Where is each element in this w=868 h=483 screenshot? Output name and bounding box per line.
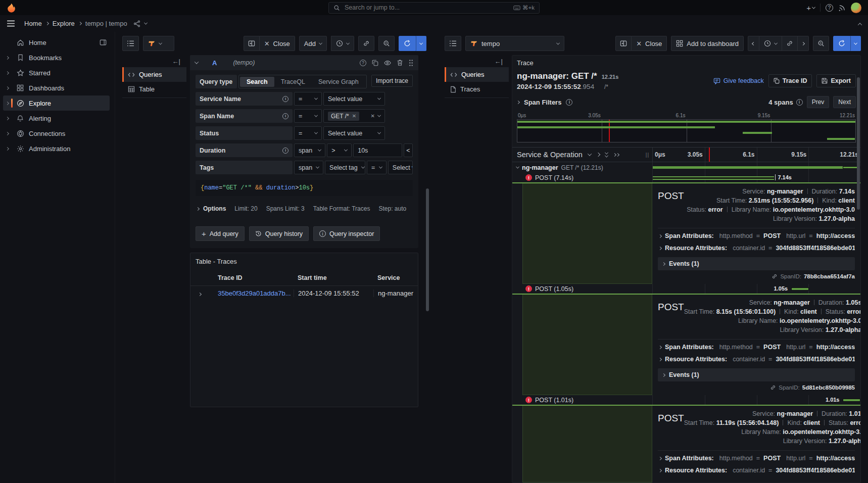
service-name-value-select[interactable]: Select value <box>323 92 385 106</box>
span-timeline[interactable]: 1.01s <box>652 395 860 405</box>
close-right-pane-button[interactable]: ✕Close <box>632 36 667 51</box>
expand-row-icon[interactable] <box>195 289 214 297</box>
zoom-out-icon-button-left[interactable] <box>378 36 395 51</box>
remove-query-trash-icon[interactable] <box>397 59 403 66</box>
span-name-chip[interactable]: GET /*✕ <box>328 112 359 121</box>
import-trace-button[interactable]: Import trace <box>371 75 413 87</box>
column-trace-id[interactable]: Trace ID <box>214 274 294 281</box>
global-search[interactable]: ⌘+k <box>328 2 540 14</box>
sidebar-item-explore[interactable]: Explore <box>3 95 110 111</box>
span-row-post-1[interactable]: ! POST (7.14s) 7.14s <box>512 173 860 183</box>
sidebar-item-alerting[interactable]: Alerting <box>3 111 110 126</box>
info-icon[interactable]: i <box>796 99 803 106</box>
root-span-bar[interactable] <box>653 166 860 169</box>
events-row[interactable]: Events (1) <box>658 368 855 381</box>
breadcrumb-actions-caret[interactable] <box>144 21 148 25</box>
add-button[interactable]: Add <box>299 36 327 51</box>
info-icon[interactable]: i <box>282 148 288 154</box>
dock-menu-icon[interactable] <box>100 39 107 46</box>
time-shift-forward-button[interactable] <box>798 36 809 51</box>
service-name-operator-select[interactable]: = <box>294 92 322 106</box>
run-query-caret-left[interactable] <box>416 36 426 51</box>
datasource-picker-right[interactable]: tempo <box>465 36 564 51</box>
expand-one-icon[interactable] <box>597 153 600 156</box>
rail-item-queries[interactable]: Queries <box>122 67 186 82</box>
tags-scope-select[interactable]: span <box>294 161 323 174</box>
expand-all-icon[interactable] <box>613 154 619 156</box>
collapse-all-icon[interactable] <box>605 152 608 158</box>
export-button[interactable]: Export <box>816 74 856 87</box>
column-resize-handle[interactable]: || <box>646 152 649 158</box>
sidebar-item-starred[interactable]: Starred <box>3 65 110 80</box>
tag-operator-select[interactable]: = <box>367 161 387 174</box>
tag-select[interactable]: Select tag <box>325 161 365 174</box>
datasource-picker-left[interactable] <box>143 36 174 51</box>
collapse-toolbar-icon[interactable] <box>858 20 861 27</box>
search-input[interactable] <box>344 4 510 12</box>
span-bar[interactable] <box>653 176 774 180</box>
split-pane-icon-button[interactable] <box>615 36 632 51</box>
sidebar-item-bookmarks[interactable]: Bookmarks <box>3 50 110 65</box>
user-avatar[interactable] <box>851 3 861 13</box>
duration-operator-select[interactable]: > <box>327 143 352 157</box>
drag-handle[interactable] <box>409 59 413 66</box>
breadcrumb-home[interactable]: Home <box>24 20 42 27</box>
sidebar-item-administration[interactable]: Administration <box>3 141 110 156</box>
breadcrumb-explore[interactable]: Explore <box>53 20 75 27</box>
clear-icon[interactable]: ✕ <box>371 113 375 119</box>
info-icon[interactable]: i <box>566 99 572 106</box>
sidebar-item-home[interactable]: Home <box>3 35 110 50</box>
link-icon-button-left[interactable] <box>358 36 374 51</box>
sidebar-item-dashboards[interactable]: Dashboards <box>3 80 110 95</box>
info-icon[interactable]: i <box>282 96 288 102</box>
query-inspector-button[interactable]: i Query inspector <box>313 226 380 241</box>
tag-value-select[interactable]: Select va <box>388 161 413 174</box>
time-shift-back-button[interactable] <box>748 36 759 51</box>
hide-response-eye-icon[interactable] <box>384 60 391 66</box>
collapse-rail-button[interactable]: ←| <box>122 55 186 67</box>
span-attributes-row[interactable]: Span Attributes: http.method=POST http.u… <box>658 230 855 242</box>
span-row-post-2[interactable]: ! POST (1.05s) 1.05s <box>512 284 860 295</box>
link-icon[interactable] <box>770 384 776 391</box>
query-history-button[interactable]: Query history <box>249 226 309 241</box>
run-query-button-left[interactable] <box>399 36 416 51</box>
zoom-out-icon-button-right[interactable] <box>813 36 829 51</box>
duration-min-input[interactable]: 10s <box>353 143 402 157</box>
link-icon-button-right[interactable] <box>782 36 798 51</box>
run-query-button-right[interactable] <box>833 36 850 51</box>
left-pane-scrollbar[interactable] <box>426 188 429 311</box>
tab-service-graph[interactable]: Service Graph <box>312 77 365 87</box>
trace-id-button[interactable]: Trace ID <box>768 74 812 87</box>
query-row-header[interactable]: A (tempo) ? <box>190 55 418 70</box>
span-timeline[interactable]: 7.14s <box>652 173 860 182</box>
time-range-button-right[interactable] <box>759 36 782 51</box>
query-rows-list-icon[interactable] <box>122 36 139 51</box>
info-icon[interactable]: i <box>282 113 288 119</box>
time-range-button-left[interactable] <box>331 36 354 51</box>
span-bar[interactable] <box>843 399 860 402</box>
span-attributes-row[interactable]: Span Attributes: http.method=POST http.u… <box>658 341 855 353</box>
collapse-rail-button[interactable]: ←| <box>445 55 509 67</box>
span-row-post-3[interactable]: ! POST (1.01s) 1.01s <box>512 395 860 406</box>
chip-remove-icon[interactable]: ✕ <box>352 113 356 119</box>
rail-item-traces[interactable]: Traces <box>445 82 509 96</box>
new-button[interactable]: + <box>806 4 815 12</box>
news-icon[interactable] <box>838 4 846 12</box>
resource-attributes-row[interactable]: Resource Attributes: container.id=304fd8… <box>658 464 855 476</box>
grafana-logo[interactable] <box>7 3 16 13</box>
column-start-time[interactable]: Start time <box>294 274 373 281</box>
span-timeline[interactable]: 1.05s <box>652 284 860 294</box>
trace-id-link[interactable]: 35be0f3d29a01adda7b... <box>214 289 294 297</box>
split-pane-icon-button[interactable] <box>244 36 260 51</box>
trace-scrollbar[interactable] <box>857 77 860 210</box>
help-icon[interactable]: ? <box>826 4 833 12</box>
prev-span-button[interactable]: Prev <box>807 96 830 108</box>
root-span-timeline[interactable] <box>652 162 860 173</box>
collapse-one-icon[interactable] <box>588 153 591 156</box>
resource-attributes-row[interactable]: Resource Attributes: container.id=304fd8… <box>658 242 855 254</box>
span-name-value-select[interactable]: GET /*✕ ✕ <box>323 109 385 123</box>
rail-item-queries[interactable]: Queries <box>445 67 509 82</box>
options-row[interactable]: Options Limit: 20 Spans Limit: 3 Table F… <box>196 201 413 219</box>
duration-max-operator-select[interactable]: < <box>404 143 413 157</box>
trace-minimap[interactable]: 0μs 3.05s 6.1s 9.15s 12.21s <box>517 113 856 144</box>
